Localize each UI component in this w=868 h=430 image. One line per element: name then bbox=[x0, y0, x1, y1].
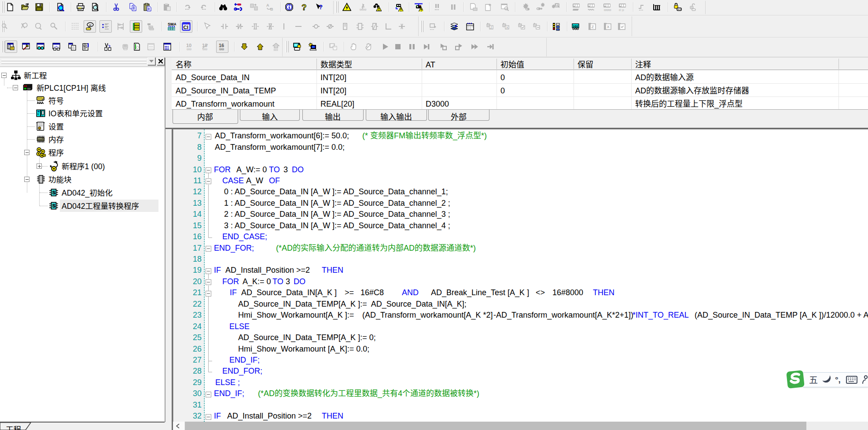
svg-text:ϖϖ: ϖϖ bbox=[219, 47, 224, 51]
svg-text:A: A bbox=[266, 3, 269, 8]
svg-text:S: S bbox=[52, 202, 55, 209]
svg-text:S: S bbox=[52, 189, 55, 196]
svg-text:ϖϖϖ: ϖϖϖ bbox=[360, 7, 366, 11]
svg-text:Z: Z bbox=[592, 23, 594, 30]
svg-text:ϖϖ: ϖϖ bbox=[202, 47, 207, 51]
svg-text:X: X bbox=[506, 25, 509, 30]
svg-text:B: B bbox=[270, 6, 273, 11]
svg-text:CI: CI bbox=[184, 23, 189, 30]
svg-text:002: 002 bbox=[165, 47, 169, 51]
svg-text:HH: HH bbox=[573, 23, 578, 28]
svg-text:?: ? bbox=[302, 3, 307, 11]
svg-text:ϖϖ: ϖϖ bbox=[187, 47, 191, 51]
svg-text:?: ? bbox=[319, 3, 323, 11]
svg-text:X: X bbox=[607, 23, 610, 30]
svg-text:d::p: d::p bbox=[619, 7, 624, 12]
svg-text:ϖϖϖ: ϖϖϖ bbox=[604, 7, 611, 12]
svg-text:Z: Z bbox=[490, 25, 493, 30]
svg-text:w: w bbox=[88, 22, 92, 27]
